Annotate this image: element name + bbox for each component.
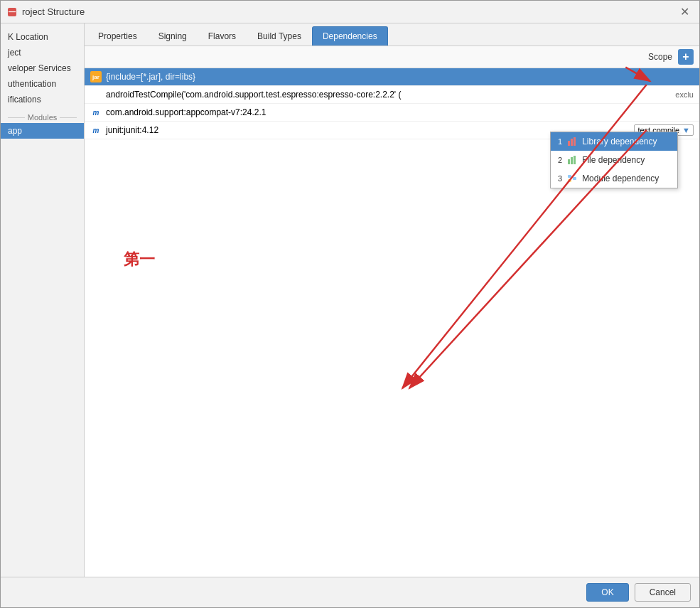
dep-row-text-2: com.android.support:appcompat-v7:24.2.1 [106,107,694,117]
close-button[interactable]: ✕ [677,5,692,18]
dep-row-0[interactable]: jar {include=[*.jar], dir=libs} [85,68,699,86]
title-bar: — roject Structure ✕ [1,1,699,23]
dependencies-panel: Scope + jar {include=[*.jar], dir=libs} … [85,46,699,577]
dep-row-text-0: {include=[*.jar], dir=libs} [106,72,694,82]
dep-toolbar: Scope + [85,46,699,68]
window-title: roject Structure [22,6,85,17]
modules-section-label: Modules [1,107,84,123]
dropdown-item-num-1: 1 [558,137,562,146]
scope-label: Scope [648,52,672,62]
dropdown-item-label-2: File dependency [582,155,645,165]
sidebar-item-authentication[interactable]: uthentication [1,76,84,92]
dropdown-item-label-1: Library dependency [582,137,657,146]
ok-button[interactable]: OK [586,583,628,602]
sidebar-item-developer-services[interactable]: veloper Services [1,60,84,76]
dropdown-item-num-2: 2 [558,156,562,164]
library-dependency-icon [566,136,578,147]
svg-rect-1 [571,139,573,146]
annotation-chinese: 第一 [124,249,155,270]
project-structure-dialog: — roject Structure ✕ K Location ject vel… [0,0,700,608]
svg-rect-8 [573,177,576,180]
dep-icon-3: m [90,124,102,136]
sidebar-item-location[interactable]: K Location [1,29,84,45]
title-bar-left: — roject Structure [8,6,85,17]
sidebar-item-project[interactable]: ject [1,45,84,60]
dep-row-1[interactable]: androidTestCompile('com.android.support.… [85,86,699,104]
tab-dependencies[interactable]: Dependencies [312,26,388,46]
tabs-bar: Properties Signing Flavors Build Types D… [85,23,699,46]
minimize-button[interactable]: — [8,8,16,16]
svg-rect-2 [574,137,576,146]
sidebar-item-notifications[interactable]: ifications [1,92,84,107]
sidebar: K Location ject veloper Services uthenti… [1,23,85,577]
chevron-down-icon: ▼ [682,126,690,134]
svg-rect-5 [574,156,576,164]
svg-rect-4 [571,157,573,164]
add-dependency-button[interactable]: + [678,49,694,65]
dropdown-item-module[interactable]: 3 Module dependency [551,169,677,188]
tab-build-types[interactable]: Build Types [247,26,312,46]
svg-rect-7 [568,179,571,182]
dep-row-2[interactable]: m com.android.support:appcompat-v7:24.2.… [85,104,699,122]
sidebar-item-app[interactable]: app [1,123,84,139]
dialog-footer: OK Cancel [1,577,699,607]
dep-row-scope-1: exclu [675,90,694,99]
tab-signing[interactable]: Signing [148,26,198,46]
module-dependency-icon [566,173,578,184]
tab-flavors[interactable]: Flavors [198,26,247,46]
svg-rect-3 [568,159,570,164]
main-panel: Properties Signing Flavors Build Types D… [85,23,699,577]
dropdown-item-num-3: 3 [558,174,562,183]
dropdown-item-library[interactable]: 1 Library dependency [551,132,677,151]
dep-icon-2: m [90,107,102,118]
jar-icon: jar [90,71,102,82]
dep-icon-1 [90,89,102,100]
dependency-type-dropdown: 1 Library dependency 2 [550,132,678,188]
tab-properties[interactable]: Properties [87,26,148,46]
svg-rect-6 [568,175,571,178]
file-dependency-icon [566,154,578,166]
dropdown-item-label-3: Module dependency [582,174,659,183]
content-area: K Location ject veloper Services uthenti… [1,23,699,577]
cancel-button[interactable]: Cancel [635,583,691,602]
svg-rect-0 [568,141,570,146]
dropdown-item-file[interactable]: 2 File dependency [551,151,677,169]
dep-row-text-1: androidTestCompile('com.android.support.… [106,90,669,100]
